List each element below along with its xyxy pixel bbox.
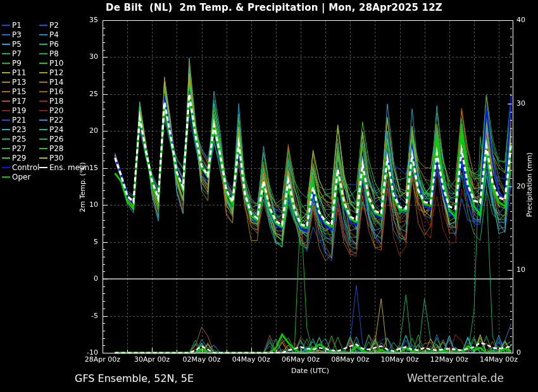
legend-item-p2: P2 xyxy=(39,21,59,30)
legend-item-p22: P22 xyxy=(39,116,64,125)
legend-swatch-icon xyxy=(39,167,47,168)
y-left-tick-label: 15 xyxy=(60,164,98,172)
legend-label: P21 xyxy=(12,116,27,125)
legend-swatch-icon xyxy=(39,110,47,111)
legend-label: P26 xyxy=(49,135,64,144)
legend-label: P5 xyxy=(12,40,22,49)
legend-swatch-icon xyxy=(39,63,47,64)
legend-label: P3 xyxy=(12,30,22,39)
legend-label: P12 xyxy=(49,68,64,77)
legend-item-p9: P9 xyxy=(2,59,22,68)
legend-label: P28 xyxy=(49,144,64,153)
legend-label: P19 xyxy=(12,106,27,115)
legend-swatch-icon xyxy=(2,119,10,121)
x-axis-label: Date (UTC) xyxy=(266,367,354,375)
legend-label: P29 xyxy=(12,154,27,162)
legend-label: P14 xyxy=(49,78,64,87)
legend-swatch-icon xyxy=(39,157,47,159)
legend-swatch-icon xyxy=(2,63,10,64)
legend-label: P1 xyxy=(12,21,22,30)
legend-item-p20: P20 xyxy=(39,106,64,115)
y-right-tick-label: 30 xyxy=(516,100,538,107)
legend-swatch-icon xyxy=(39,34,47,35)
legend-label: P23 xyxy=(12,125,27,134)
legend-label: P6 xyxy=(49,40,59,49)
legend-item-p17: P17 xyxy=(2,97,27,106)
legend-swatch-icon xyxy=(2,129,10,130)
legend-label: P25 xyxy=(12,135,27,144)
legend-item-p27: P27 xyxy=(2,144,27,153)
x-tick-label: 04May 00z xyxy=(223,356,280,364)
forecast-chart-root: De Bilt (NL) 2m Temp. & Precipitation | … xyxy=(0,0,538,392)
legend-swatch-icon xyxy=(2,101,10,102)
legend-swatch-icon xyxy=(2,91,10,92)
y-right-tick-label: 20 xyxy=(516,183,538,190)
legend-label: P11 xyxy=(12,68,27,77)
legend-item-p21: P21 xyxy=(2,116,27,125)
legend-swatch-icon xyxy=(2,34,10,35)
legend-swatch-icon xyxy=(2,157,10,159)
x-tick-label: 28Apr 00z xyxy=(74,356,131,364)
legend-item-p7: P7 xyxy=(2,49,22,58)
legend-swatch-icon xyxy=(39,129,47,130)
legend-swatch-icon xyxy=(39,53,47,54)
legend-swatch-icon xyxy=(2,176,10,178)
legend-swatch-icon xyxy=(39,91,47,92)
x-tick-label: 02May 00z xyxy=(173,356,230,364)
legend-label: P9 xyxy=(12,59,22,68)
y-left-tick-label: 20 xyxy=(60,127,98,135)
legend-swatch-icon xyxy=(2,110,10,111)
legend-item-p15: P15 xyxy=(2,87,27,96)
legend-item-p29: P29 xyxy=(2,154,27,162)
legend-item-p1: P1 xyxy=(2,21,22,30)
y-axis-label-temperature: 2m Temp. (°C) xyxy=(78,145,87,229)
footer-site-name: Wetterzentrale.de xyxy=(380,372,504,384)
footer-model-info: GFS Ensemble, 52N, 5E xyxy=(75,372,194,384)
legend-item-p14: P14 xyxy=(39,78,64,87)
y-left-tick-label: 25 xyxy=(60,90,98,98)
x-tick-label: 08May 00z xyxy=(322,356,378,364)
legend-label: Control xyxy=(12,163,39,172)
legend-swatch-icon xyxy=(39,101,47,102)
legend-swatch-icon xyxy=(2,44,10,45)
legend-label: P20 xyxy=(49,106,64,115)
legend-swatch-icon xyxy=(2,82,10,83)
chart-title: De Bilt (NL) 2m Temp. & Precipitation | … xyxy=(5,2,538,13)
legend-item-p28: P28 xyxy=(39,144,64,153)
legend-label: P17 xyxy=(12,97,27,106)
legend-swatch-icon xyxy=(39,25,47,26)
legend-swatch-icon xyxy=(2,25,10,26)
legend-item-p3: P3 xyxy=(2,30,22,39)
legend-swatch-icon xyxy=(39,44,47,45)
legend-label: P2 xyxy=(49,21,59,30)
x-tick-label: 30Apr 00z xyxy=(123,356,180,364)
legend-label: P13 xyxy=(12,78,27,87)
legend-item-p18: P18 xyxy=(39,97,64,106)
legend-swatch-icon xyxy=(2,72,10,73)
legend-swatch-icon xyxy=(2,53,10,54)
y-left-tick-label: -5 xyxy=(60,312,98,320)
legend-item-p19: P19 xyxy=(2,106,27,115)
legend-label: P4 xyxy=(49,30,59,39)
legend-swatch-icon xyxy=(39,72,47,73)
legend-label: P7 xyxy=(12,49,22,58)
legend-label: P8 xyxy=(49,49,59,58)
legend-item-p26: P26 xyxy=(39,135,64,144)
y-left-tick-label: 35 xyxy=(60,16,98,24)
x-tick-label: 10May 00z xyxy=(372,356,429,364)
legend-label: P15 xyxy=(12,87,27,96)
legend-item-p5: P5 xyxy=(2,40,22,49)
legend-item-p13: P13 xyxy=(2,78,27,87)
legend-item-p4: P4 xyxy=(39,30,59,39)
legend-swatch-icon xyxy=(39,119,47,121)
legend-item-p25: P25 xyxy=(2,135,27,144)
legend-item-control: Control xyxy=(2,163,39,172)
legend-item-p8: P8 xyxy=(39,49,59,58)
x-tick-label: 06May 00z xyxy=(272,356,329,364)
y-left-tick-label: 0 xyxy=(60,275,98,283)
legend-swatch-icon xyxy=(2,138,10,140)
y-right-tick-label: 40 xyxy=(516,16,538,24)
legend-item-p12: P12 xyxy=(39,68,64,77)
legend-item-oper: Oper xyxy=(2,173,30,181)
legend-label: Oper xyxy=(12,173,30,181)
